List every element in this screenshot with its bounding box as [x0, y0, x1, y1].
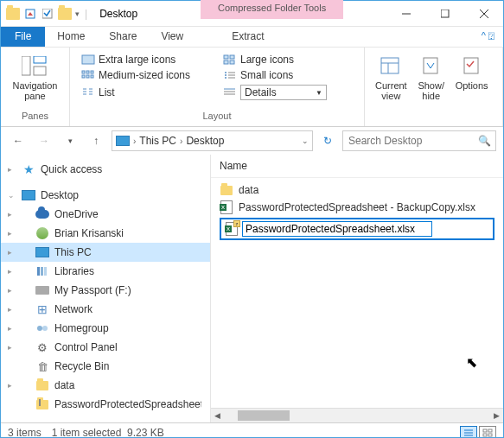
large-icons-button[interactable]: Large icons: [220, 53, 355, 67]
desktop-icon: [22, 188, 35, 202]
svg-rect-3: [441, 10, 449, 17]
svg-point-20: [225, 72, 226, 73]
user-item[interactable]: ▸Brian Krisanski: [1, 224, 210, 243]
scroll-right-icon[interactable]: ▶: [490, 411, 503, 420]
show-hide-icon: [418, 54, 445, 79]
expand-icon[interactable]: ▸: [8, 165, 12, 174]
svg-rect-11: [230, 55, 234, 59]
onedrive-item[interactable]: ▸OneDrive: [1, 205, 210, 224]
scrollbar-thumb[interactable]: [238, 410, 290, 421]
close-button[interactable]: [464, 1, 503, 26]
expand-icon[interactable]: ▸: [8, 248, 12, 257]
svg-rect-42: [44, 267, 47, 276]
homegroup-icon: [35, 321, 49, 335]
home-tab[interactable]: Home: [45, 27, 97, 47]
expand-icon[interactable]: ▸: [8, 381, 12, 390]
expand-icon[interactable]: ▸: [8, 324, 12, 333]
view-tab[interactable]: View: [149, 27, 195, 47]
breadcrumb-desktop[interactable]: Desktop: [186, 135, 224, 147]
current-view-button[interactable]: Current view: [372, 51, 411, 105]
this-pc-icon: [35, 245, 49, 259]
breadcrumb-this-pc[interactable]: This PC: [139, 135, 176, 147]
show-hide-button[interactable]: Show/ hide: [414, 51, 449, 105]
search-input[interactable]: [348, 135, 478, 147]
selection-info: 1 item selected 9.23 KB: [52, 427, 164, 439]
extract-tab[interactable]: Extract: [220, 27, 276, 47]
details-dropdown[interactable]: Details▼: [240, 85, 327, 100]
control-panel-item[interactable]: ▸⚙Control Panel: [1, 338, 210, 357]
maximize-button[interactable]: [425, 1, 464, 26]
star-icon: ★: [22, 162, 35, 176]
homegroup-item[interactable]: ▸Homegroup: [1, 319, 210, 338]
details-button[interactable]: Details▼: [220, 84, 355, 101]
quick-access-item[interactable]: ▸★Quick access: [1, 160, 210, 179]
svg-rect-12: [224, 60, 228, 64]
rename-selection-box[interactable]: z: [220, 218, 494, 240]
details-view-toggle[interactable]: [460, 426, 477, 439]
svg-rect-41: [41, 267, 43, 276]
medium-icons-button[interactable]: Medium-sized icons: [79, 68, 214, 82]
name-column-header[interactable]: Name: [211, 155, 503, 178]
navigation-pane-button[interactable]: Navigation pane: [10, 51, 61, 105]
svg-rect-50: [483, 434, 487, 436]
svg-rect-8: [34, 67, 46, 75]
file-row-backup[interactable]: PasswordProtectedSpreadsheet - BackupCop…: [220, 199, 494, 216]
svg-rect-51: [488, 434, 492, 436]
expand-icon[interactable]: ▸: [8, 305, 12, 314]
extra-large-icons-button[interactable]: Extra large icons: [79, 53, 214, 67]
libraries-item[interactable]: ▸Libraries: [1, 262, 210, 281]
passport-drive-item[interactable]: ▸My Passport (F:): [1, 281, 210, 300]
expand-icon[interactable]: ▸: [8, 210, 12, 219]
qat-properties-icon[interactable]: [23, 7, 37, 21]
qat-checkbox-icon[interactable]: [41, 7, 54, 21]
this-pc-item[interactable]: ▸This PC: [1, 243, 210, 262]
medium-icon: [81, 70, 95, 80]
forward-button[interactable]: →: [34, 130, 54, 151]
scroll-left-icon[interactable]: ◀: [211, 411, 224, 420]
up-button[interactable]: ↑: [86, 130, 106, 151]
collapse-icon[interactable]: ⌄: [8, 191, 15, 200]
svg-rect-19: [91, 75, 93, 78]
qat-dropdown-icon[interactable]: ▾: [75, 10, 80, 18]
expand-icon[interactable]: ▸: [8, 229, 12, 238]
breadcrumb[interactable]: › This PC › Desktop ⌄: [112, 130, 313, 151]
thumbnails-view-toggle[interactable]: [479, 426, 496, 439]
chevron-right-icon[interactable]: ›: [133, 136, 136, 146]
file-view[interactable]: Name data PasswordProtectedSpreadsheet -…: [211, 155, 503, 422]
chevron-down-icon: ▼: [316, 89, 322, 97]
address-bar: ← → ▾ ↑ › This PC › Desktop ⌄ ↻ 🔍: [1, 127, 503, 155]
options-button[interactable]: Options: [452, 51, 492, 105]
navigation-pane[interactable]: ▸★Quick access ⌄Desktop ▸OneDrive ▸Brian…: [1, 155, 211, 422]
svg-rect-13: [230, 60, 234, 64]
svg-rect-16: [91, 71, 93, 73]
ribbon-collapse-icon[interactable]: ^ ⍰: [473, 27, 503, 47]
expand-icon[interactable]: ▸: [8, 286, 12, 295]
gear-icon: ⚙: [35, 340, 49, 354]
recycle-bin-item[interactable]: 🗑Recycle Bin: [1, 357, 210, 376]
expand-icon[interactable]: ▸: [8, 267, 12, 276]
recent-locations-button[interactable]: ▾: [60, 130, 80, 151]
expand-icon[interactable]: ▸: [8, 343, 12, 352]
cursor-icon: ⬉: [466, 354, 477, 371]
folder-row[interactable]: data: [220, 181, 494, 199]
share-tab[interactable]: Share: [97, 27, 149, 47]
list-button[interactable]: List: [79, 84, 214, 101]
back-button[interactable]: ←: [8, 130, 29, 151]
minimize-button[interactable]: [386, 1, 425, 26]
panes-group-label: Panes: [22, 109, 48, 123]
horizontal-scrollbar[interactable]: ◀ ▶: [211, 408, 503, 422]
small-icons-button[interactable]: Small icons: [220, 68, 355, 82]
rename-input[interactable]: [242, 221, 432, 237]
search-icon[interactable]: 🔍: [478, 135, 491, 147]
breadcrumb-dropdown-icon[interactable]: ⌄: [302, 136, 309, 145]
svg-rect-49: [488, 429, 492, 432]
data-folder-item[interactable]: ▸data: [1, 376, 210, 395]
network-item[interactable]: ▸⊞Network: [1, 300, 210, 319]
desktop-tree-item[interactable]: ⌄Desktop: [1, 186, 210, 205]
file-tab[interactable]: File: [1, 27, 45, 47]
chevron-right-icon[interactable]: ›: [180, 136, 182, 146]
refresh-button[interactable]: ↻: [318, 135, 337, 147]
zip-file-item[interactable]: PasswordProtectedSpreadsheet.zip: [1, 395, 210, 414]
search-box[interactable]: 🔍: [342, 130, 496, 151]
list-icon: [81, 87, 95, 98]
